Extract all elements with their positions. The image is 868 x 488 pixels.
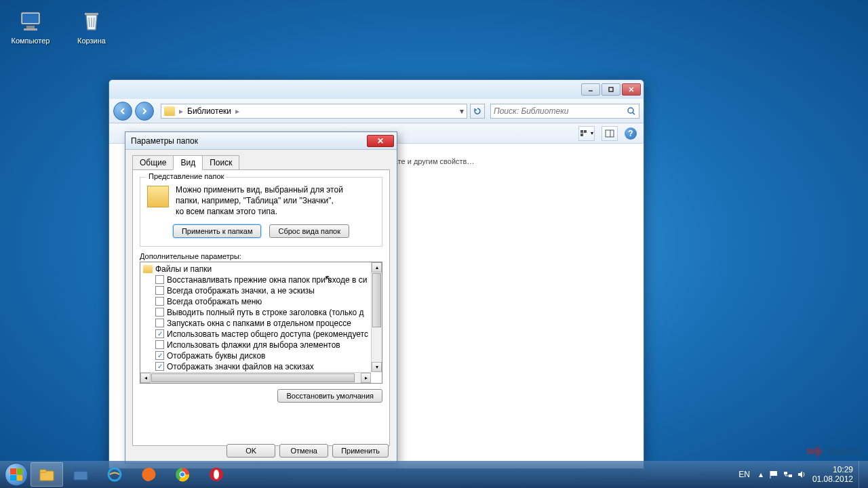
dialog-close-button[interactable]: ✕ <box>367 135 394 147</box>
tab-view[interactable]: Вид <box>173 155 203 170</box>
computer-icon <box>17 7 44 34</box>
start-button[interactable] <box>3 461 30 488</box>
search-box[interactable] <box>490 104 639 119</box>
chrome-icon <box>174 466 191 483</box>
flag-icon[interactable] <box>769 469 780 480</box>
cancel-button[interactable]: Отмена <box>279 444 328 458</box>
tree-item[interactable]: Отображать буквы дисков <box>140 350 382 361</box>
dialog-footer: OK Отмена Применить <box>226 444 389 458</box>
checkbox[interactable] <box>155 351 164 360</box>
clock[interactable]: 10:29 01.08.2012 <box>812 465 853 485</box>
scroll-thumb[interactable] <box>151 373 355 382</box>
tree-item-label: Выводить полный путь в строке заголовка … <box>167 308 364 317</box>
tree-item[interactable]: Отображать значки файлов на эскизах <box>140 361 382 372</box>
checkbox[interactable] <box>155 286 164 295</box>
folder-icon <box>143 265 153 273</box>
tree-item[interactable]: Восстанавливать прежние окна папок при в… <box>140 274 382 285</box>
volume-icon[interactable] <box>796 469 807 480</box>
close-button[interactable] <box>622 83 641 96</box>
scroll-thumb[interactable] <box>372 273 381 327</box>
apply-button[interactable]: Применить <box>332 444 389 458</box>
taskbar-item-firefox[interactable] <box>132 462 165 487</box>
checkbox[interactable] <box>155 308 164 317</box>
taskbar-item-app[interactable] <box>64 462 97 487</box>
svg-rect-27 <box>40 470 46 472</box>
checkbox[interactable] <box>155 362 164 371</box>
desktop-icon-computer[interactable]: Компьютер <box>7 7 54 45</box>
svg-rect-2 <box>26 26 35 28</box>
scroll-up-button[interactable]: ▴ <box>372 262 382 272</box>
tree-item[interactable]: Всегда отображать меню <box>140 296 382 307</box>
group-label: Представление папок <box>146 172 226 180</box>
reset-folders-button[interactable]: Сброс вида папок <box>269 224 349 238</box>
breadcrumb-item[interactable]: Библиотеки <box>187 106 231 116</box>
checkbox[interactable] <box>155 340 164 349</box>
checkbox[interactable] <box>155 329 164 338</box>
tree-item[interactable]: Запускать окна с папками в отдельном про… <box>140 318 382 329</box>
desktop-icon-recycle-bin[interactable]: Корзина <box>68 7 115 45</box>
svg-rect-15 <box>584 130 587 133</box>
help-button[interactable]: ? <box>625 127 637 140</box>
tree-item[interactable]: Выводить полный путь в строке заголовка … <box>140 307 382 318</box>
tree-item[interactable]: Использовать флажки для выбора элементов <box>140 340 382 350</box>
preview-pane-button[interactable] <box>601 126 618 141</box>
folder-views-group: Представление папок Можно применить вид,… <box>140 177 382 247</box>
taskbar-item-explorer[interactable] <box>31 462 63 487</box>
tree-root[interactable]: Файлы и папки <box>140 264 382 274</box>
checkbox[interactable] <box>155 319 164 327</box>
refresh-button[interactable] <box>470 104 485 119</box>
svg-point-12 <box>628 108 633 113</box>
watermark: TeachVi <box>807 445 860 458</box>
ie-icon <box>106 466 123 483</box>
maximize-button[interactable] <box>601 83 620 96</box>
desktop-icon-label: Компьютер <box>7 37 54 45</box>
horizontal-scrollbar[interactable]: ◂ ▸ <box>140 372 371 383</box>
explorer-icon <box>38 466 56 483</box>
checkbox[interactable] <box>155 297 164 306</box>
scroll-left-button[interactable]: ◂ <box>140 373 151 383</box>
tree-item[interactable]: Всегда отображать значки, а не эскизы <box>140 285 382 296</box>
taskbar-item-ie[interactable] <box>98 462 131 487</box>
desktop-icon-label: Корзина <box>68 37 115 45</box>
address-bar[interactable]: ▸ Библиотеки ▸ ▾ <box>161 104 467 119</box>
search-input[interactable] <box>494 106 627 116</box>
svg-rect-1 <box>22 14 39 23</box>
view-options-button[interactable]: ▾ <box>578 126 595 141</box>
apply-to-folders-button[interactable]: Применить к папкам <box>173 224 262 238</box>
search-icon[interactable] <box>627 106 636 116</box>
dialog-titlebar[interactable]: Параметры папок ✕ <box>125 132 397 150</box>
explorer-titlebar[interactable] <box>109 80 644 99</box>
taskbar-item-opera[interactable] <box>200 462 233 487</box>
ok-button[interactable]: OK <box>226 444 275 458</box>
tree-item-label: Отображать значки файлов на эскизах <box>167 362 314 371</box>
taskbar-item-chrome[interactable] <box>166 462 199 487</box>
vertical-scrollbar[interactable]: ▴ ▾ <box>371 262 382 372</box>
tray-arrow-icon[interactable]: ▴ <box>755 469 766 480</box>
minimize-button[interactable] <box>581 83 600 96</box>
tab-general[interactable]: Общие <box>132 155 174 170</box>
language-indicator[interactable]: EN <box>738 470 750 479</box>
tree-item[interactable]: Использовать мастер общего доступа (реко… <box>140 329 382 340</box>
advanced-settings-label: Дополнительные параметры: <box>140 252 382 260</box>
watermark-icon <box>807 445 823 458</box>
show-desktop-button[interactable] <box>859 461 865 488</box>
checkbox[interactable] <box>155 275 164 284</box>
tree-item-label: Всегда отображать значки, а не эскизы <box>167 286 315 296</box>
scroll-down-button[interactable]: ▾ <box>372 362 382 372</box>
forward-button[interactable] <box>135 102 154 121</box>
svg-rect-16 <box>580 134 583 136</box>
tab-search[interactable]: Поиск <box>202 155 239 170</box>
windows-logo-icon <box>10 468 22 481</box>
tab-content: Представление папок Можно применить вид,… <box>132 169 390 446</box>
svg-rect-14 <box>580 130 583 133</box>
tree-item-label: Отображать буквы дисков <box>167 351 265 361</box>
scroll-right-button[interactable]: ▸ <box>361 373 371 383</box>
restore-defaults-button[interactable]: Восстановить умолчания <box>277 389 382 403</box>
network-icon[interactable] <box>783 469 793 480</box>
firefox-icon <box>140 466 157 483</box>
dropdown-icon[interactable]: ▾ <box>460 106 464 116</box>
svg-rect-39 <box>784 472 787 474</box>
clock-date: 01.08.2012 <box>812 474 853 484</box>
back-button[interactable] <box>113 102 132 121</box>
advanced-settings-tree[interactable]: Файлы и папки Восстанавливать прежние ок… <box>140 262 382 384</box>
